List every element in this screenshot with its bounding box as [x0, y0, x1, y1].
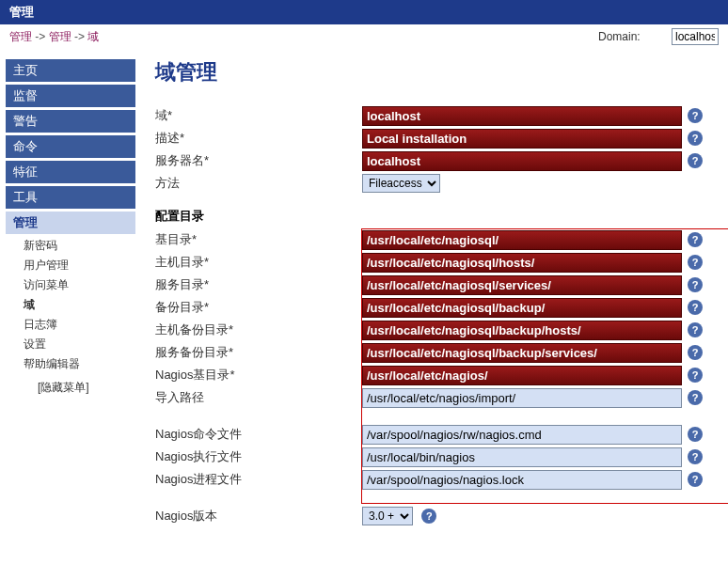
label-domain: 域* [155, 105, 362, 126]
label-method: 方法 [155, 173, 362, 194]
label-description: 描述* [155, 128, 362, 149]
row-method: 方法 Fileaccess [155, 173, 714, 194]
label-host-backup-dir: 主机备份目录* [155, 320, 362, 340]
label-backup-dir: 备份目录* [155, 297, 362, 318]
input-host-dir[interactable] [362, 253, 682, 273]
input-base-dir[interactable] [362, 230, 682, 250]
row-service-backup-dir: 服务备份目录* ? [155, 342, 714, 363]
sub-domain[interactable]: 域 [5, 295, 136, 315]
input-nagios-base-dir[interactable] [362, 366, 682, 385]
hide-menu-link[interactable]: [隐藏菜单] [5, 374, 136, 398]
label-nagios-base-dir: Nagios基目录* [155, 365, 362, 385]
input-nagios-exec[interactable] [362, 447, 682, 467]
help-icon[interactable]: ? [688, 472, 703, 487]
config-group: 基目录* ? 主机目录* ? 服务目录* ? 备份目录* ? 主机备份目录* [155, 229, 714, 490]
row-server-name: 服务器名* ? [155, 150, 714, 171]
nav-feature[interactable]: 特征 [5, 160, 136, 184]
help-icon[interactable]: ? [688, 255, 703, 270]
row-host-backup-dir: 主机备份目录* ? [155, 320, 714, 340]
label-nagios-exec: Nagios执行文件 [155, 446, 362, 467]
label-import-path: 导入路径 [155, 387, 362, 408]
input-backup-dir[interactable] [362, 298, 682, 318]
help-icon[interactable]: ? [688, 368, 703, 383]
breadcrumb: 管理 -> 管理 -> 域 [9, 29, 99, 45]
nav-home[interactable]: 主页 [5, 58, 136, 83]
input-nagios-cmd[interactable] [362, 425, 682, 445]
input-nagios-proc[interactable] [362, 470, 682, 490]
label-base-dir: 基目录* [155, 229, 362, 250]
help-icon[interactable]: ? [688, 427, 703, 442]
select-nagios-version[interactable]: 3.0 + [362, 507, 413, 525]
breadcrumb-link-1[interactable]: 管理 [49, 30, 71, 43]
input-service-dir[interactable] [362, 275, 682, 295]
help-icon[interactable]: ? [688, 300, 703, 315]
sub-log[interactable]: 日志簿 [5, 315, 136, 335]
domain-input[interactable] [672, 28, 719, 45]
content-area: 域管理 域* ? 描述* ? 服务器名* ? 方法 Fileaccess 配置目… [141, 49, 728, 538]
help-icon[interactable]: ? [688, 322, 703, 337]
row-import-path: 导入路径 ? [155, 387, 714, 408]
sub-user-mgmt[interactable]: 用户管理 [5, 256, 136, 275]
help-icon[interactable]: ? [688, 131, 703, 146]
row-nagios-base-dir: Nagios基目录* ? [155, 365, 714, 385]
nav-tools[interactable]: 工具 [5, 185, 136, 210]
section-config-dirs: 配置目录 [155, 208, 714, 225]
row-nagios-proc: Nagios进程文件 ? [155, 469, 714, 490]
help-icon[interactable]: ? [688, 345, 703, 360]
select-method[interactable]: Fileaccess [362, 174, 440, 193]
input-description[interactable] [362, 129, 682, 149]
top-bar-title: 管理 [9, 5, 34, 19]
input-server-name[interactable] [362, 151, 682, 171]
domain-label: Domain: [598, 30, 641, 43]
sub-settings[interactable]: 设置 [5, 335, 136, 354]
label-server-name: 服务器名* [155, 150, 362, 171]
help-icon[interactable]: ? [688, 232, 703, 247]
help-icon[interactable]: ? [688, 108, 703, 123]
nav-command[interactable]: 命令 [5, 134, 136, 159]
sub-new-password[interactable]: 新密码 [5, 236, 136, 256]
page-title: 域管理 [155, 58, 714, 86]
main-layout: 主页 监督 警告 命令 特征 工具 管理 新密码 用户管理 访问菜单 域 日志簿… [0, 49, 728, 538]
breadcrumb-link-2[interactable]: 域 [87, 30, 99, 43]
row-domain: 域* ? [155, 105, 714, 126]
row-nagios-version: Nagios版本 3.0 + ? [155, 506, 714, 526]
top-bar: 管理 [0, 0, 728, 24]
help-icon[interactable]: ? [421, 509, 436, 524]
label-host-dir: 主机目录* [155, 252, 362, 273]
sidebar: 主页 监督 警告 命令 特征 工具 管理 新密码 用户管理 访问菜单 域 日志簿… [0, 49, 141, 538]
row-nagios-cmd: Nagios命令文件 ? [155, 424, 714, 445]
row-backup-dir: 备份目录* ? [155, 297, 714, 318]
nav-admin[interactable]: 管理 [5, 211, 136, 235]
label-service-backup-dir: 服务备份目录* [155, 342, 362, 363]
label-service-dir: 服务目录* [155, 274, 362, 295]
label-nagios-version: Nagios版本 [155, 506, 362, 526]
breadcrumb-link-0[interactable]: 管理 [9, 30, 32, 43]
sub-access-menu[interactable]: 访问菜单 [5, 275, 136, 295]
row-service-dir: 服务目录* ? [155, 274, 714, 295]
row-host-dir: 主机目录* ? [155, 252, 714, 273]
breadcrumb-sep: -> [74, 30, 87, 43]
breadcrumb-bar: 管理 -> 管理 -> 域 Domain: [0, 24, 728, 49]
sub-help-editor[interactable]: 帮助编辑器 [5, 354, 136, 374]
nav-monitor[interactable]: 监督 [5, 84, 136, 108]
breadcrumb-sep: -> [35, 30, 48, 43]
help-icon[interactable]: ? [688, 277, 703, 292]
input-service-backup-dir[interactable] [362, 343, 682, 363]
domain-selector: Domain: [598, 28, 719, 45]
row-nagios-exec: Nagios执行文件 ? [155, 446, 714, 467]
help-icon[interactable]: ? [688, 390, 703, 405]
input-host-backup-dir[interactable] [362, 321, 682, 340]
help-icon[interactable]: ? [688, 449, 703, 464]
row-base-dir: 基目录* ? [155, 229, 714, 250]
label-nagios-proc: Nagios进程文件 [155, 469, 362, 490]
row-description: 描述* ? [155, 128, 714, 149]
input-import-path[interactable] [362, 388, 682, 408]
help-icon[interactable]: ? [688, 153, 703, 168]
nav-warning[interactable]: 警告 [5, 109, 136, 133]
input-domain[interactable] [362, 106, 682, 126]
label-nagios-cmd: Nagios命令文件 [155, 424, 362, 445]
